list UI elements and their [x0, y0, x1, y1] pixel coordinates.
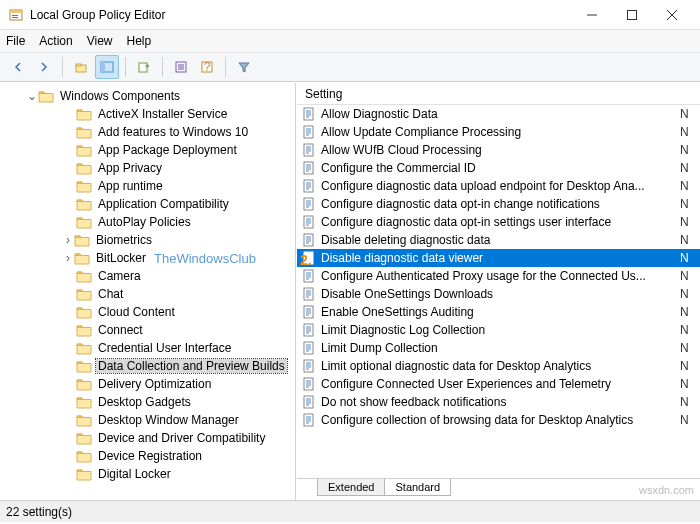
svg-rect-27 — [304, 144, 313, 156]
list-body[interactable]: Allow Diagnostic DataNAllow Update Compl… — [297, 105, 700, 478]
setting-row[interactable]: Allow WUfB Cloud ProcessingN — [297, 141, 700, 159]
tree-item-label: Biometrics — [94, 233, 154, 247]
setting-row[interactable]: Limit Dump CollectionN — [297, 339, 700, 357]
menu-file[interactable]: File — [6, 34, 25, 48]
tree-item-label: Cloud Content — [96, 305, 177, 319]
setting-state: N — [680, 413, 700, 427]
setting-label: Configure diagnostic data opt-in setting… — [321, 215, 680, 229]
svg-rect-14 — [178, 64, 184, 70]
forward-button[interactable] — [32, 55, 56, 79]
tree-item-label: Camera — [96, 269, 143, 283]
setting-label: Configure the Commercial ID — [321, 161, 680, 175]
tree-item[interactable]: Device and Driver Compatibility — [0, 429, 295, 447]
svg-rect-67 — [304, 288, 313, 300]
tree-root[interactable]: ⌄Windows Components — [0, 87, 295, 105]
setting-row[interactable]: Configure diagnostic data opt-in setting… — [297, 213, 700, 231]
tree-item[interactable]: App Package Deployment — [0, 141, 295, 159]
tree-item[interactable]: ›BitLockerTheWindowsClub — [0, 249, 295, 267]
setting-row[interactable]: Configure diagnostic data upload endpoin… — [297, 177, 700, 195]
svg-rect-37 — [304, 180, 313, 192]
list-header[interactable]: Setting — [297, 83, 700, 105]
setting-row[interactable]: Configure the Commercial IDN — [297, 159, 700, 177]
menu-action[interactable]: Action — [39, 34, 72, 48]
tree-item[interactable]: ActiveX Installer Service — [0, 105, 295, 123]
export-button[interactable] — [132, 55, 156, 79]
up-button[interactable] — [69, 55, 93, 79]
setting-row[interactable]: Disable OneSettings DownloadsN — [297, 285, 700, 303]
tree-item[interactable]: App runtime — [0, 177, 295, 195]
tree-item[interactable]: Cloud Content — [0, 303, 295, 321]
setting-row[interactable]: Configure collection of browsing data fo… — [297, 411, 700, 429]
tree-item[interactable]: Delivery Optimization — [0, 375, 295, 393]
setting-row[interactable]: Configure diagnostic data opt-in change … — [297, 195, 700, 213]
tree-item-label: Delivery Optimization — [96, 377, 213, 391]
tab-extended[interactable]: Extended — [317, 479, 385, 496]
setting-row[interactable]: Enable OneSettings AuditingN — [297, 303, 700, 321]
chevron-right-icon[interactable]: › — [62, 251, 74, 265]
svg-rect-12 — [139, 63, 147, 72]
setting-row[interactable]: Disable deleting diagnostic dataN — [297, 231, 700, 249]
tree-item[interactable]: Device Registration — [0, 447, 295, 465]
filter-button[interactable] — [232, 55, 256, 79]
tree-item[interactable]: Digital Locker — [0, 465, 295, 483]
setting-row[interactable]: Configure Connected User Experiences and… — [297, 375, 700, 393]
setting-state: N — [680, 107, 700, 121]
svg-rect-52 — [304, 234, 313, 246]
tree-item[interactable]: Connect — [0, 321, 295, 339]
tree-item-label: ActiveX Installer Service — [96, 107, 229, 121]
setting-row[interactable]: Allow Diagnostic DataN — [297, 105, 700, 123]
setting-state: N — [680, 323, 700, 337]
column-setting[interactable]: Setting — [305, 87, 700, 101]
close-button[interactable] — [652, 0, 692, 30]
tree-item[interactable]: ›Biometrics — [0, 231, 295, 249]
svg-rect-92 — [304, 378, 313, 390]
main-area: ⌄Windows ComponentsActiveX Installer Ser… — [0, 82, 700, 500]
tree-item[interactable]: AutoPlay Policies — [0, 213, 295, 231]
svg-rect-97 — [304, 396, 313, 408]
tree-item-label: Data Collection and Preview Builds — [96, 359, 287, 373]
status-bar: 22 setting(s) — [0, 500, 700, 522]
setting-label: Enable OneSettings Auditing — [321, 305, 680, 319]
tree-item[interactable]: Credential User Interface — [0, 339, 295, 357]
setting-label: Configure collection of browsing data fo… — [321, 413, 680, 427]
tree-item-label: Device Registration — [96, 449, 204, 463]
back-button[interactable] — [6, 55, 30, 79]
tree-item[interactable]: App Privacy — [0, 159, 295, 177]
setting-row[interactable]: Do not show feedback notificationsN — [297, 393, 700, 411]
svg-rect-1 — [10, 10, 22, 13]
tree-item[interactable]: Chat — [0, 285, 295, 303]
maximize-button[interactable] — [612, 0, 652, 30]
tree-item-label: App Package Deployment — [96, 143, 239, 157]
tree-item[interactable]: Add features to Windows 10 — [0, 123, 295, 141]
tree-item[interactable]: Desktop Window Manager — [0, 411, 295, 429]
setting-state: N — [680, 287, 700, 301]
tree-item-label: Desktop Window Manager — [96, 413, 241, 427]
setting-row[interactable]: Disable diagnostic data viewerN — [297, 249, 700, 267]
svg-rect-3 — [12, 17, 18, 18]
setting-row[interactable]: Configure Authenticated Proxy usage for … — [297, 267, 700, 285]
tree-pane[interactable]: ⌄Windows ComponentsActiveX Installer Ser… — [0, 83, 296, 500]
setting-row[interactable]: Allow Update Compliance ProcessingN — [297, 123, 700, 141]
tree-item[interactable]: Desktop Gadgets — [0, 393, 295, 411]
tree-item[interactable]: Camera — [0, 267, 295, 285]
help-button[interactable]: ? — [195, 55, 219, 79]
callout-2: 2. — [300, 252, 312, 268]
tab-standard[interactable]: Standard — [384, 479, 451, 496]
setting-label: Limit Dump Collection — [321, 341, 680, 355]
chevron-right-icon[interactable]: › — [62, 233, 74, 247]
tree-item[interactable]: Application Compatibility — [0, 195, 295, 213]
tree-item-label: Connect — [96, 323, 145, 337]
svg-rect-22 — [304, 126, 313, 138]
menu-help[interactable]: Help — [127, 34, 152, 48]
setting-row[interactable]: Limit optional diagnostic data for Deskt… — [297, 357, 700, 375]
setting-state: N — [680, 377, 700, 391]
chevron-down-icon[interactable]: ⌄ — [26, 89, 38, 103]
minimize-button[interactable] — [572, 0, 612, 30]
setting-state: N — [680, 341, 700, 355]
setting-state: N — [680, 359, 700, 373]
tree-item[interactable]: 1.Data Collection and Preview Builds — [0, 357, 295, 375]
refresh-button[interactable] — [169, 55, 193, 79]
setting-row[interactable]: Limit Diagnostic Log CollectionN — [297, 321, 700, 339]
menu-view[interactable]: View — [87, 34, 113, 48]
show-hide-tree-button[interactable] — [95, 55, 119, 79]
